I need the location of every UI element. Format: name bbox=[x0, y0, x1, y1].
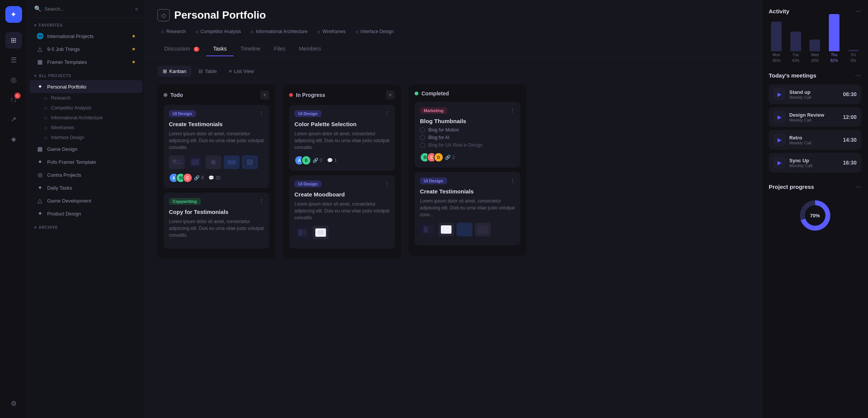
favorites-section-label[interactable]: ▾ FAVORITES bbox=[27, 18, 145, 30]
card-menu-button[interactable]: ⋮ bbox=[385, 110, 389, 116]
subtab-competitor-analysis[interactable]: ◇ Competitor Analysis bbox=[192, 27, 245, 36]
svg-rect-2 bbox=[177, 160, 181, 162]
sidebar-item-job-things[interactable]: △ 9-5 Job Things ★ bbox=[30, 43, 143, 55]
link-count: 8 bbox=[201, 175, 204, 180]
tab-files[interactable]: Files bbox=[267, 42, 292, 56]
subtab-interface-design[interactable]: ◇ Interface Design bbox=[352, 27, 397, 36]
tab-label: Timeline bbox=[240, 46, 260, 52]
sidebar-sub-research[interactable]: ◇ Research bbox=[27, 93, 145, 103]
nav-icon-tasks[interactable]: ◎ bbox=[5, 71, 22, 88]
kanban-card[interactable]: UI Design ⋮ Create Moodboard Lorem ipsum… bbox=[289, 175, 395, 249]
card-header: Copywriting ⋮ bbox=[169, 198, 264, 209]
card-links-stat: 🔗 2 bbox=[445, 155, 455, 160]
sidebar-sub-wireframes[interactable]: ◇ Wireframes bbox=[27, 123, 145, 133]
tab-members[interactable]: Members bbox=[292, 42, 328, 56]
all-projects-section-label[interactable]: ▾ ALL PROJECTS bbox=[27, 68, 145, 80]
tab-label: Discussion bbox=[164, 46, 190, 52]
subtab-icon: ◇ bbox=[356, 30, 359, 34]
collapse-sidebar-button[interactable]: « bbox=[135, 6, 138, 12]
kanban-card[interactable]: Marketing ⋮ Blog Thumbnails Blog for Mot… bbox=[415, 102, 520, 168]
sidebar-item-product-design[interactable]: ✦ Product Design bbox=[30, 207, 143, 220]
diamond-icon: ✦ bbox=[37, 158, 43, 165]
card-thumbnail bbox=[313, 226, 329, 239]
table-label: Table bbox=[205, 68, 217, 74]
kanban-column-completed: Completed Marketing ⋮ Blog Thumbnails Bl… bbox=[409, 84, 526, 256]
sidebar-item-international-projects[interactable]: 🌐 International Projects ★ bbox=[30, 30, 143, 43]
subtab-research[interactable]: ◇ Research bbox=[157, 27, 189, 36]
kanban-column-inprogress: In Progress + UI Design ⋮ Color Palette … bbox=[283, 84, 401, 259]
sidebar-item-game-dev[interactable]: △ Game Development bbox=[30, 194, 143, 207]
main-content: ◇ Personal Portfolio ◇ Research ◇ Compet… bbox=[145, 0, 761, 418]
sidebar-item-contra[interactable]: ◎ Contra Projects bbox=[30, 168, 143, 181]
archive-section-label[interactable]: ▾ ARCHIVE bbox=[27, 220, 145, 232]
meeting-item-syncup[interactable]: ▶ Sync Up Monthly Call 16:30 bbox=[769, 153, 861, 173]
app-logo[interactable]: ✦ bbox=[5, 6, 22, 23]
card-menu-button[interactable]: ⋮ bbox=[385, 180, 389, 186]
search-input[interactable] bbox=[45, 6, 132, 12]
card-menu-button[interactable]: ⋮ bbox=[510, 177, 515, 183]
meeting-item-design-review[interactable]: ▶ Design Review Weekly Call 12:00 bbox=[769, 107, 861, 127]
triangle-icon: △ bbox=[37, 197, 43, 204]
sidebar-item-label: International Projects bbox=[47, 33, 128, 39]
sidebar-sub-competitor-analysis[interactable]: ◇ Competitor Analysis bbox=[27, 103, 145, 113]
nav-icon-dashboard[interactable]: ⊞ bbox=[5, 32, 22, 49]
icon-bar: ✦ ⊞ ☰ ◎ ↑↓ 6 ↗ ◈ ⚙ bbox=[0, 0, 27, 418]
tab-timeline[interactable]: Timeline bbox=[234, 42, 267, 56]
meeting-title: Stand up bbox=[789, 89, 839, 95]
kanban-card[interactable]: UI Design ⋮ Color Palette Selection Lore… bbox=[289, 105, 395, 171]
progress-ring-value: 70% bbox=[805, 205, 825, 226]
svg-rect-9 bbox=[227, 160, 236, 165]
circle-icon: ◎ bbox=[37, 171, 43, 178]
kanban-card[interactable]: UI Design ⋮ Create Testimonials Lorem ip… bbox=[164, 105, 269, 188]
chart-day-label: Mon bbox=[773, 53, 780, 57]
tab-label: Members bbox=[299, 46, 321, 52]
tab-discussion[interactable]: Discussion 6 bbox=[157, 42, 206, 56]
sub-diamond-icon: ◇ bbox=[44, 96, 47, 101]
sidebar-item-personal-portfolio[interactable]: ✦ Personal Portfolio bbox=[30, 80, 143, 93]
subtab-info-arch[interactable]: ◇ Informational Architecture bbox=[247, 27, 311, 36]
sidebar-sub-info-arch[interactable]: ◇ Informational Architecture bbox=[27, 113, 145, 123]
table-view-button[interactable]: ⊟ Table bbox=[193, 66, 222, 77]
sidebar-item-label: Pofo Framer Template bbox=[47, 159, 136, 165]
activity-more-button[interactable]: ⋯ bbox=[855, 8, 861, 15]
progress-more-button[interactable]: ⋯ bbox=[855, 183, 861, 190]
meeting-item-retro[interactable]: ▶ Retro Weekly Call 14:30 bbox=[769, 130, 861, 150]
nav-icon-share[interactable]: ↗ bbox=[5, 111, 22, 128]
meeting-info: Sync Up Monthly Call bbox=[789, 158, 839, 168]
grid-icon: ▦ bbox=[37, 59, 43, 65]
sidebar-sub-interface-design[interactable]: ◇ Interface Design bbox=[27, 133, 145, 142]
sidebar-item-daily-tasks[interactable]: ✦ Daily Tasks bbox=[30, 181, 143, 194]
card-menu-button[interactable]: ⋮ bbox=[510, 107, 515, 113]
sidebar-item-label: Framer Templates bbox=[47, 59, 128, 65]
list-view-button[interactable]: ≡ List View bbox=[224, 66, 259, 77]
add-inprogress-button[interactable]: + bbox=[386, 90, 395, 100]
kanban-card[interactable]: Copywriting ⋮ Copy for Testimonials Lore… bbox=[164, 193, 269, 249]
card-avatars: A B bbox=[294, 155, 308, 165]
chart-bar-group-wed: Wed 26% bbox=[807, 40, 823, 63]
meeting-info: Stand up Weekly Call bbox=[789, 89, 839, 100]
tab-tasks[interactable]: Tasks bbox=[206, 42, 234, 56]
card-footer: A B C 🔗 8 💬 32 bbox=[169, 173, 264, 183]
subtab-wireframes[interactable]: ◇ Wireframes bbox=[313, 27, 349, 36]
column-title-todo: Todo bbox=[170, 92, 257, 98]
nav-icon-users[interactable]: ◈ bbox=[5, 131, 22, 147]
tab-label: Files bbox=[274, 46, 285, 52]
card-menu-button[interactable]: ⋮ bbox=[259, 198, 264, 204]
chart-bar-group-fri: Fri 0% bbox=[846, 50, 861, 63]
meeting-item-standup[interactable]: ▶ Stand up Weekly Call 08:30 bbox=[769, 84, 861, 104]
chart-bar-mon bbox=[771, 22, 782, 51]
kanban-view-button[interactable]: ⊞ Kanban bbox=[157, 66, 192, 77]
nav-icon-activity[interactable]: ↑↓ 6 bbox=[5, 91, 22, 108]
nav-icon-calendar[interactable]: ☰ bbox=[5, 52, 22, 68]
sidebar-item-framer-templates[interactable]: ▦ Framer Templates ★ bbox=[30, 55, 143, 68]
add-todo-button[interactable]: + bbox=[260, 90, 269, 100]
nav-icon-settings[interactable]: ⚙ bbox=[5, 395, 22, 412]
sidebar-item-pofo[interactable]: ✦ Pofo Framer Template bbox=[30, 155, 143, 168]
chart-pct-label: 0% bbox=[851, 59, 856, 63]
meetings-more-button[interactable]: ⋯ bbox=[855, 72, 861, 79]
card-title: Create Testimonials bbox=[420, 188, 515, 195]
kanban-card[interactable]: UI Design ⋮ Create Testimonials Lorem ip… bbox=[415, 172, 520, 245]
card-thumbnail bbox=[475, 223, 491, 236]
card-menu-button[interactable]: ⋮ bbox=[259, 110, 264, 116]
sidebar-item-game-design[interactable]: ▦ Game Design bbox=[30, 142, 143, 155]
